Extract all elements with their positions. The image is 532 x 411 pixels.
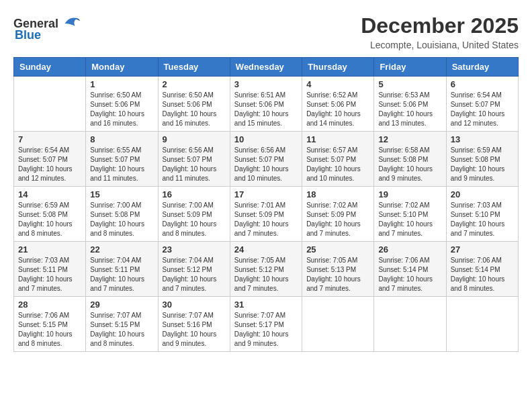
calendar-table: SundayMondayTuesdayWednesdayThursdayFrid…	[13, 57, 519, 352]
calendar-cell: 23Sunrise: 7:04 AM Sunset: 5:12 PM Dayli…	[158, 242, 230, 297]
day-info: Sunrise: 7:00 AM Sunset: 5:09 PM Dayligh…	[163, 201, 226, 238]
calendar-cell: 15Sunrise: 7:00 AM Sunset: 5:08 PM Dayli…	[86, 187, 158, 242]
weekday-header-tuesday: Tuesday	[158, 58, 230, 77]
calendar-cell	[446, 297, 518, 352]
day-number: 6	[451, 79, 514, 89]
calendar-cell: 12Sunrise: 6:58 AM Sunset: 5:08 PM Dayli…	[374, 132, 446, 187]
calendar-week-row: 21Sunrise: 7:03 AM Sunset: 5:11 PM Dayli…	[14, 242, 519, 297]
day-info: Sunrise: 7:02 AM Sunset: 5:10 PM Dayligh…	[378, 201, 441, 238]
day-info: Sunrise: 7:04 AM Sunset: 5:12 PM Dayligh…	[163, 256, 226, 293]
day-number: 5	[378, 79, 441, 89]
day-info: Sunrise: 6:50 AM Sunset: 5:06 PM Dayligh…	[163, 91, 226, 128]
day-number: 25	[306, 244, 369, 255]
calendar-cell: 11Sunrise: 6:57 AM Sunset: 5:07 PM Dayli…	[302, 132, 374, 187]
day-number: 19	[378, 189, 441, 199]
calendar-cell: 10Sunrise: 6:56 AM Sunset: 5:07 PM Dayli…	[230, 132, 302, 187]
day-number: 16	[163, 189, 226, 199]
calendar-cell: 30Sunrise: 7:07 AM Sunset: 5:16 PM Dayli…	[158, 297, 230, 352]
day-info: Sunrise: 6:59 AM Sunset: 5:08 PM Dayligh…	[451, 146, 514, 183]
calendar-cell: 8Sunrise: 6:55 AM Sunset: 5:07 PM Daylig…	[86, 132, 158, 187]
day-number: 15	[90, 189, 153, 199]
day-number: 8	[90, 134, 153, 144]
calendar-cell: 27Sunrise: 7:06 AM Sunset: 5:14 PM Dayli…	[446, 242, 518, 297]
day-info: Sunrise: 6:54 AM Sunset: 5:07 PM Dayligh…	[451, 91, 514, 128]
logo-blue-text: Blue	[15, 28, 41, 42]
weekday-header-thursday: Thursday	[302, 58, 374, 77]
day-info: Sunrise: 7:05 AM Sunset: 5:13 PM Dayligh…	[306, 256, 369, 293]
day-number: 20	[451, 189, 514, 199]
calendar-cell: 7Sunrise: 6:54 AM Sunset: 5:07 PM Daylig…	[14, 132, 86, 187]
day-info: Sunrise: 7:05 AM Sunset: 5:12 PM Dayligh…	[234, 256, 298, 293]
day-number: 18	[306, 189, 369, 199]
day-info: Sunrise: 7:06 AM Sunset: 5:14 PM Dayligh…	[378, 256, 441, 293]
calendar-cell: 24Sunrise: 7:05 AM Sunset: 5:12 PM Dayli…	[230, 242, 302, 297]
calendar-cell: 14Sunrise: 6:59 AM Sunset: 5:08 PM Dayli…	[14, 187, 86, 242]
logo: General Blue	[13, 13, 80, 42]
calendar-cell	[14, 77, 86, 132]
page-header: General Blue December 2025 Lecompte, Lou…	[13, 13, 519, 50]
day-number: 21	[18, 244, 81, 255]
day-info: Sunrise: 6:53 AM Sunset: 5:06 PM Dayligh…	[378, 91, 441, 128]
day-info: Sunrise: 6:55 AM Sunset: 5:07 PM Dayligh…	[90, 146, 153, 183]
day-number: 17	[234, 189, 298, 199]
calendar-cell: 3Sunrise: 6:51 AM Sunset: 5:06 PM Daylig…	[230, 77, 302, 132]
day-number: 31	[234, 300, 298, 310]
day-number: 26	[378, 244, 441, 255]
calendar-cell: 19Sunrise: 7:02 AM Sunset: 5:10 PM Dayli…	[374, 187, 446, 242]
day-number: 7	[18, 134, 81, 144]
day-info: Sunrise: 7:07 AM Sunset: 5:15 PM Dayligh…	[90, 311, 153, 349]
day-number: 4	[306, 79, 369, 89]
day-number: 12	[378, 134, 441, 144]
day-info: Sunrise: 6:56 AM Sunset: 5:07 PM Dayligh…	[163, 146, 226, 183]
day-info: Sunrise: 7:03 AM Sunset: 5:11 PM Dayligh…	[18, 256, 81, 293]
calendar-week-row: 7Sunrise: 6:54 AM Sunset: 5:07 PM Daylig…	[14, 132, 519, 187]
day-info: Sunrise: 6:51 AM Sunset: 5:06 PM Dayligh…	[234, 91, 298, 128]
calendar-cell	[374, 297, 446, 352]
day-number: 27	[451, 244, 514, 255]
day-info: Sunrise: 7:01 AM Sunset: 5:09 PM Dayligh…	[234, 201, 298, 238]
calendar-week-row: 1Sunrise: 6:50 AM Sunset: 5:06 PM Daylig…	[14, 77, 519, 132]
calendar-cell: 17Sunrise: 7:01 AM Sunset: 5:09 PM Dayli…	[230, 187, 302, 242]
day-number: 1	[90, 79, 153, 89]
calendar-cell: 31Sunrise: 7:07 AM Sunset: 5:17 PM Dayli…	[230, 297, 302, 352]
calendar-cell	[302, 297, 374, 352]
calendar-week-row: 28Sunrise: 7:06 AM Sunset: 5:15 PM Dayli…	[14, 297, 519, 352]
day-number: 13	[451, 134, 514, 144]
calendar-cell: 6Sunrise: 6:54 AM Sunset: 5:07 PM Daylig…	[446, 77, 518, 132]
day-info: Sunrise: 7:04 AM Sunset: 5:11 PM Dayligh…	[90, 256, 153, 293]
calendar-cell: 1Sunrise: 6:50 AM Sunset: 5:06 PM Daylig…	[86, 77, 158, 132]
calendar-cell: 4Sunrise: 6:52 AM Sunset: 5:06 PM Daylig…	[302, 77, 374, 132]
day-number: 22	[90, 244, 153, 255]
day-number: 14	[18, 189, 81, 199]
weekday-header-sunday: Sunday	[14, 58, 86, 77]
calendar-cell: 18Sunrise: 7:02 AM Sunset: 5:09 PM Dayli…	[302, 187, 374, 242]
calendar-cell: 2Sunrise: 6:50 AM Sunset: 5:06 PM Daylig…	[158, 77, 230, 132]
weekday-header-saturday: Saturday	[446, 58, 518, 77]
day-info: Sunrise: 6:58 AM Sunset: 5:08 PM Dayligh…	[378, 146, 441, 183]
day-info: Sunrise: 7:02 AM Sunset: 5:09 PM Dayligh…	[306, 201, 369, 238]
weekday-header-friday: Friday	[374, 58, 446, 77]
calendar-cell: 5Sunrise: 6:53 AM Sunset: 5:06 PM Daylig…	[374, 77, 446, 132]
calendar-week-row: 14Sunrise: 6:59 AM Sunset: 5:08 PM Dayli…	[14, 187, 519, 242]
day-info: Sunrise: 7:07 AM Sunset: 5:16 PM Dayligh…	[163, 311, 226, 349]
calendar-cell: 20Sunrise: 7:03 AM Sunset: 5:10 PM Dayli…	[446, 187, 518, 242]
day-number: 24	[234, 244, 298, 255]
calendar-cell: 21Sunrise: 7:03 AM Sunset: 5:11 PM Dayli…	[14, 242, 86, 297]
day-number: 23	[163, 244, 226, 255]
day-number: 29	[90, 300, 153, 310]
day-info: Sunrise: 7:00 AM Sunset: 5:08 PM Dayligh…	[90, 201, 153, 238]
weekday-header-row: SundayMondayTuesdayWednesdayThursdayFrid…	[14, 58, 519, 77]
location-text: Lecompte, Louisiana, United States	[361, 40, 519, 50]
day-info: Sunrise: 6:59 AM Sunset: 5:08 PM Dayligh…	[18, 201, 81, 238]
month-title: December 2025	[361, 13, 519, 38]
calendar-cell: 9Sunrise: 6:56 AM Sunset: 5:07 PM Daylig…	[158, 132, 230, 187]
day-info: Sunrise: 6:52 AM Sunset: 5:06 PM Dayligh…	[306, 91, 369, 128]
calendar-cell: 29Sunrise: 7:07 AM Sunset: 5:15 PM Dayli…	[86, 297, 158, 352]
day-info: Sunrise: 6:54 AM Sunset: 5:07 PM Dayligh…	[18, 146, 81, 183]
day-number: 28	[18, 300, 81, 310]
day-info: Sunrise: 6:57 AM Sunset: 5:07 PM Dayligh…	[306, 146, 369, 183]
day-number: 9	[163, 134, 226, 144]
logo-bird-icon	[60, 13, 80, 34]
calendar-cell: 13Sunrise: 6:59 AM Sunset: 5:08 PM Dayli…	[446, 132, 518, 187]
day-info: Sunrise: 7:03 AM Sunset: 5:10 PM Dayligh…	[451, 201, 514, 238]
